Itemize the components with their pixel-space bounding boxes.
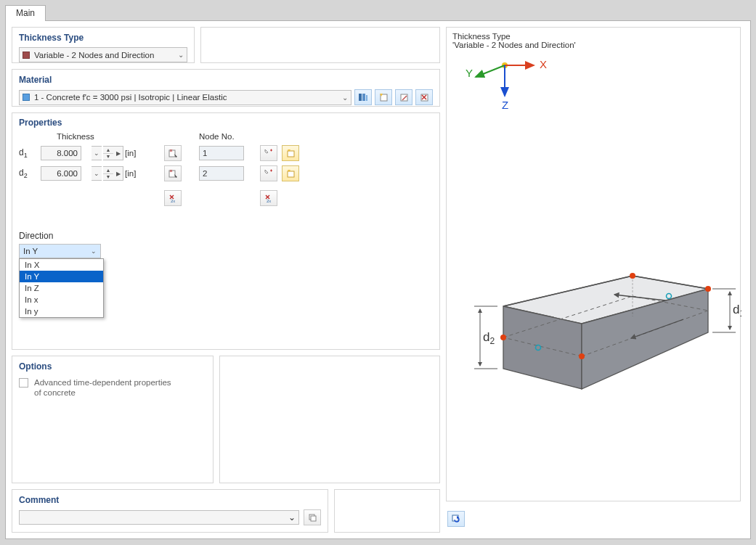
svg-marker-23 [265,170,268,173]
material-edit-button[interactable] [395,89,412,105]
advanced-concrete-label: Advanced time-dependent properties of co… [34,377,179,398]
thickness-type-title: Thickness Type [19,33,187,43]
axis-y-label: Y [466,67,473,79]
d2-dropdown-toggle[interactable]: ⌄ [92,166,102,181]
preview-title: Thickness Type [452,32,734,41]
d2-play-button[interactable]: ▶ [113,166,123,181]
direction-option-in-y[interactable]: In Y [20,271,103,282]
direction-option-in-lx[interactable]: In x [20,294,103,306]
direction-dropdown-list: In X In Y In Z In x In y [19,258,104,318]
node-header: Node No. [199,132,304,141]
material-new-button[interactable] [375,89,392,105]
svg-line-8 [422,95,426,99]
direction-option-in-ly[interactable]: In y [20,306,103,317]
options-title: Options [19,361,206,372]
direction-label: Direction [19,231,433,241]
material-panel: Material 1 - Concrete f'c = 3000 psi | I… [12,69,440,107]
material-library-button[interactable] [354,89,372,105]
axis-z-label: Z [502,99,508,111]
svg-rect-0 [359,94,362,101]
thickness-header: Thickness [19,132,142,141]
svg-rect-5 [401,94,407,101]
comment-spacer-panel [334,489,440,533]
preview-panel: Thickness Type 'Variable - 2 Nodes and D… [446,27,741,501]
d1-value-input[interactable]: 8.000 [41,146,81,160]
direction-option-in-z[interactable]: In Z [20,282,103,294]
thickness-clear-button[interactable]: 2x [164,190,182,206]
axis-icon: X Y Z [461,52,563,139]
comment-input[interactable]: ⌄ [19,510,299,525]
d2-unit: [in] [123,169,142,178]
thickness-type-dropdown[interactable]: Variable - 2 Nodes and Direction ⌄ [19,47,187,62]
d2-label: d2 [19,168,41,179]
svg-line-38 [476,65,505,77]
svg-text:d1: d1 [733,303,741,319]
svg-point-55 [500,335,506,340]
direction-option-in-x[interactable]: In X [20,259,103,271]
material-title: Material [19,75,433,85]
comment-panel: Comment ⌄ [12,489,328,533]
node2-input[interactable]: 2 [199,166,244,181]
material-swatch-icon [23,94,30,101]
svg-marker-14 [265,149,268,153]
direction-value: In Y [23,247,91,255]
svg-text:2x: 2x [171,199,175,203]
d2-stepper[interactable]: ▲▼ [103,166,113,181]
svg-rect-34 [309,515,314,520]
node1-pick-button[interactable] [260,145,277,161]
properties-panel: Properties Thickness Node No. d1 8.000 ⌄… [12,112,440,350]
svg-point-56 [579,353,585,359]
chevron-down-icon: ⌄ [178,51,184,59]
chevron-down-icon: ⌄ [91,247,97,255]
svg-line-9 [422,95,426,99]
svg-rect-67 [452,515,458,521]
chevron-down-icon: ⌄ [288,512,296,523]
tab-main[interactable]: Main [5,5,46,21]
d1-label: d1 [19,147,41,159]
thickness-type-swatch-icon [23,52,30,59]
empty-panel [200,27,440,63]
svg-point-53 [630,273,635,279]
comment-title: Comment [19,495,321,505]
chevron-down-icon: ⌄ [342,94,348,102]
d1-dropdown-toggle[interactable]: ⌄ [92,146,102,160]
options-spacer-panel [219,356,440,483]
material-dropdown[interactable]: 1 - Concrete f'c = 3000 psi | Isotropic … [19,90,351,105]
node2-pick-button[interactable] [260,165,277,181]
d1-stepper[interactable]: ▲▼ [103,146,113,160]
svg-text:2x: 2x [267,199,271,203]
options-panel: Options Advanced time-dependent properti… [12,356,214,483]
node1-new-button[interactable] [282,145,299,161]
d2-value-input[interactable]: 6.000 [41,166,81,181]
direction-dropdown[interactable]: In Y ⌄ In X In Y In Z In x In y [19,244,101,258]
svg-rect-17 [288,151,294,157]
material-delete-button[interactable] [415,89,433,105]
node1-input[interactable]: 1 [199,146,244,160]
node-clear-button[interactable]: 2x [260,190,277,206]
preview-refresh-button[interactable] [447,511,465,527]
d1-unit: [in] [123,149,142,157]
advanced-concrete-checkbox[interactable] [19,378,28,388]
d1-pick-button[interactable] [164,145,182,161]
comment-copy-button[interactable] [304,509,321,525]
svg-marker-68 [457,516,459,519]
thickness-type-value: Variable - 2 Nodes and Direction [34,51,175,60]
svg-marker-4 [380,94,383,97]
svg-point-54 [705,286,711,292]
thickness-3d-preview: d2 d1 [451,244,741,418]
svg-rect-3 [381,94,387,101]
node2-new-button[interactable] [282,165,299,181]
preview-subtitle: 'Variable - 2 Nodes and Direction' [452,41,734,49]
svg-line-6 [402,96,407,100]
d2-pick-button[interactable] [164,165,182,181]
svg-rect-35 [311,516,316,521]
svg-rect-2 [366,95,367,101]
axis-x-label: X [540,58,547,70]
properties-title: Properties [19,118,433,128]
material-value: 1 - Concrete f'c = 3000 psi | Isotropic … [34,93,339,102]
svg-rect-7 [421,94,428,101]
svg-text:d2: d2 [483,330,495,346]
svg-rect-26 [288,171,294,177]
d1-play-button[interactable]: ▶ [113,146,123,160]
svg-rect-1 [362,94,365,101]
